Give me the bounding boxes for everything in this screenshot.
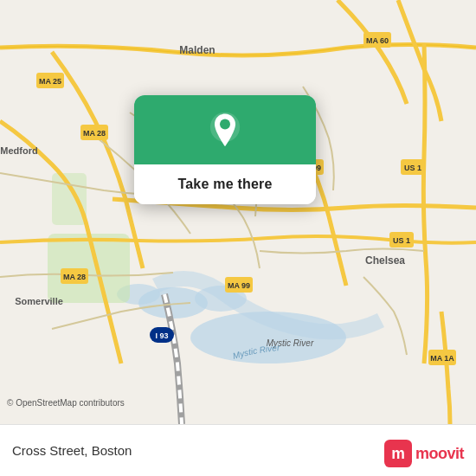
svg-text:m: m [391, 445, 405, 462]
place-chelsea: Chelsea [365, 254, 405, 267]
popup-card: Take me there [134, 95, 316, 204]
place-malden: Malden [179, 44, 215, 56]
svg-text:MA 1A: MA 1A [430, 354, 454, 363]
bottom-bar: Cross Street, Boston m moovit [0, 424, 476, 476]
svg-text:MA 28: MA 28 [63, 273, 86, 281]
svg-rect-6 [52, 173, 87, 225]
svg-text:US 1: US 1 [404, 164, 421, 172]
svg-text:MA 99: MA 99 [228, 281, 250, 290]
moovit-logo: m moovit [384, 440, 464, 467]
map-container: MA 25 MA 28 MA 28 MA 60 MA 99 MA 99 US 1… [0, 0, 476, 424]
svg-text:MA 28: MA 28 [83, 129, 106, 138]
place-somerville: Somerville [15, 296, 63, 306]
svg-text:US 1: US 1 [393, 236, 410, 245]
take-me-there-button[interactable]: Take me there [134, 164, 316, 204]
moovit-icon: m [384, 440, 412, 467]
svg-text:I 93: I 93 [155, 331, 168, 340]
place-medford: Medford [0, 145, 37, 156]
location-label: Cross Street, Boston [12, 443, 132, 458]
moovit-text: moovit [415, 445, 464, 463]
copyright-text: © OpenStreetMap contributors [7, 398, 125, 408]
svg-point-29 [220, 119, 230, 129]
svg-text:MA 25: MA 25 [39, 77, 61, 86]
svg-rect-5 [48, 234, 130, 303]
location-pin-icon [204, 111, 246, 152]
svg-text:MA 60: MA 60 [366, 36, 389, 45]
popup-green-area [134, 95, 316, 164]
